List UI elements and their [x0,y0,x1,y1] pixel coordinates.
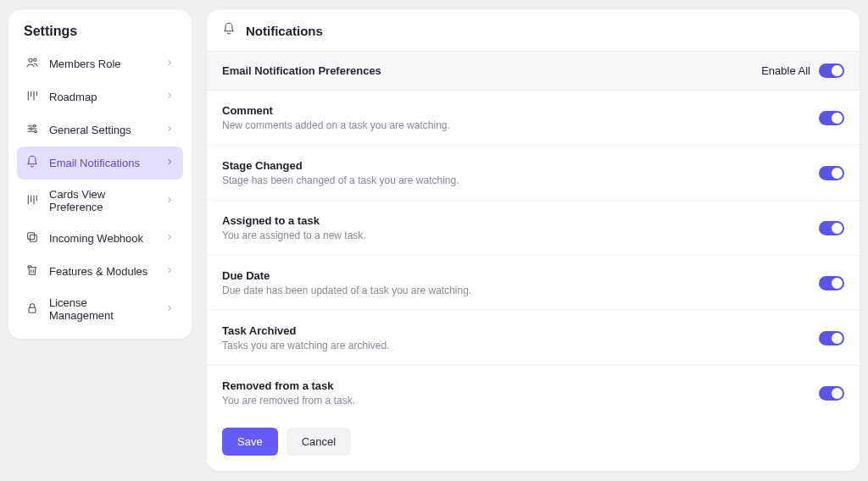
pref-title: Removed from a task [222,379,355,392]
svg-point-1 [34,58,36,61]
sidebar-item-general-settings[interactable]: General Settings [17,113,183,147]
pref-row-removed-from-a-task: Removed from a taskYou are removed from … [207,366,860,416]
pref-text: CommentNew comments added on a task you … [222,104,450,131]
sidebar-item-label: Members Role [49,58,154,70]
pref-text: Due DateDue date has been updated of a t… [222,269,471,296]
chevron-right-icon [164,232,175,245]
cards-icon [25,193,39,209]
chevron-right-icon [164,91,175,103]
bell-icon [25,155,39,171]
sidebar-item-label: License Management [49,296,154,322]
pref-desc: Due date has been updated of a task you … [222,285,471,296]
sidebar-item-label: Incoming Webhook [49,232,154,245]
sidebar-item-label: Email Notifications [49,157,154,169]
bell-icon [222,22,236,39]
pref-row-assigned-to-a-task: Assigned to a taskYou are assigned to a … [207,201,860,256]
svg-point-4 [35,130,37,133]
features-icon [25,263,39,279]
chevron-right-icon [164,124,175,136]
pref-toggle-task-archived[interactable] [819,331,844,346]
sidebar-item-features-modules[interactable]: Features & Modules [17,255,183,288]
pref-toggle-stage-changed[interactable] [819,166,844,180]
pref-toggle-due-date[interactable] [819,276,844,290]
pref-desc: Stage has been changed of a task you are… [222,174,459,186]
svg-point-0 [29,58,32,62]
chevron-right-icon [164,157,175,169]
enable-all-toggle[interactable] [819,64,844,78]
svg-rect-5 [28,233,35,240]
pref-title: Assigned to a task [222,214,366,227]
preferences-section-header: Email Notification Preferences Enable Al… [207,51,860,91]
sidebar-item-cards-view-preference[interactable]: Cards View Preference [17,180,183,222]
pref-text: Removed from a taskYou are removed from … [222,379,355,406]
chevron-right-icon [164,265,175,278]
sidebar-item-incoming-webhook[interactable]: Incoming Webhook [17,222,183,255]
license-icon [25,301,39,318]
sidebar-item-license-management[interactable]: License Management [17,288,183,330]
notifications-panel: Notifications Email Notification Prefere… [207,10,860,471]
pref-text: Task ArchivedTasks you are watching are … [222,324,389,351]
panel-header: Notifications [207,10,860,51]
pref-row-comment: CommentNew comments added on a task you … [207,91,860,146]
settings-icon [25,122,39,138]
svg-point-2 [33,124,36,127]
chevron-right-icon [164,58,175,70]
settings-sidebar: Settings Members RoleRoadmapGeneral Sett… [8,10,192,339]
pref-title: Due Date [222,269,471,282]
panel-title: Notifications [246,24,323,38]
pref-desc: New comments added on a task you are wat… [222,119,450,131]
panel-footer: Save Cancel [207,416,860,471]
sidebar-item-roadmap[interactable]: Roadmap [17,80,183,113]
sidebar-item-label: General Settings [49,124,154,136]
pref-row-stage-changed: Stage ChangedStage has been changed of a… [207,146,860,201]
sidebar-item-label: Roadmap [49,91,154,103]
pref-toggle-comment[interactable] [819,111,844,125]
save-button[interactable]: Save [222,428,278,456]
chevron-right-icon [164,195,175,207]
chevron-right-icon [164,303,175,316]
roadmap-icon [25,89,39,105]
preferences-section-title: Email Notification Preferences [222,64,381,77]
members-icon [25,56,39,72]
pref-desc: You are assigned to a new task. [222,229,366,241]
sidebar-item-label: Cards View Preference [49,188,154,213]
pref-row-due-date: Due DateDue date has been updated of a t… [207,256,860,311]
pref-toggle-assigned-to-a-task[interactable] [819,221,844,235]
pref-text: Stage ChangedStage has been changed of a… [222,159,459,186]
sidebar-item-members-role[interactable]: Members Role [17,47,183,80]
preferences-list: CommentNew comments added on a task you … [207,91,860,416]
enable-all-group: Enable All [761,64,844,78]
pref-row-task-archived: Task ArchivedTasks you are watching are … [207,311,860,366]
pref-desc: You are removed from a task. [222,395,355,406]
sidebar-title: Settings [17,24,183,47]
svg-rect-6 [30,235,36,241]
enable-all-label: Enable All [761,64,810,77]
pref-title: Stage Changed [222,159,459,172]
pref-title: Task Archived [222,324,389,337]
webhook-icon [25,230,39,246]
svg-rect-7 [29,307,36,312]
pref-toggle-removed-from-a-task[interactable] [819,386,844,401]
pref-desc: Tasks you are watching are archived. [222,340,389,351]
cancel-button[interactable]: Cancel [287,428,351,456]
sidebar-item-label: Features & Modules [49,265,154,278]
svg-point-3 [30,128,32,130]
pref-title: Comment [222,104,450,117]
sidebar-item-email-notifications[interactable]: Email Notifications [17,147,183,180]
pref-text: Assigned to a taskYou are assigned to a … [222,214,366,241]
